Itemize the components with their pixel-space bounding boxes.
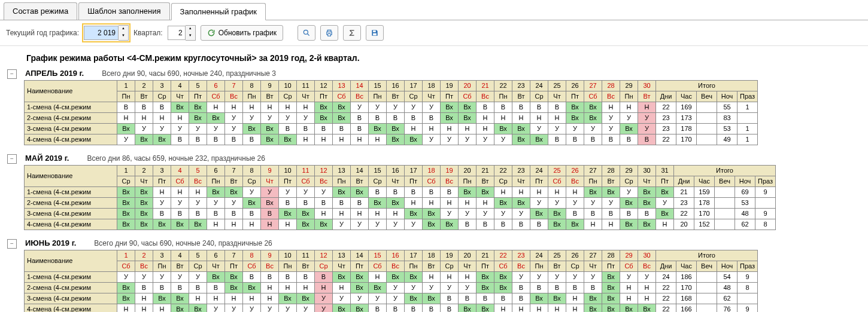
cell[interactable]: В [512, 293, 530, 304]
cell[interactable]: Н [171, 187, 189, 198]
cell[interactable]: Вх [530, 209, 548, 219]
cell[interactable]: В [477, 219, 494, 230]
cell[interactable]: В [333, 198, 351, 209]
cell[interactable]: У [279, 187, 297, 198]
cell[interactable]: Вх [369, 124, 387, 134]
cell[interactable]: В [117, 102, 135, 113]
cell[interactable]: У [225, 304, 243, 313]
cell[interactable]: У [153, 272, 171, 283]
cell[interactable]: Вх [423, 219, 441, 230]
cell[interactable]: В [602, 209, 620, 219]
cell[interactable]: У [189, 198, 207, 209]
cell[interactable]: Вх [153, 219, 171, 230]
cell[interactable]: Н [225, 293, 243, 304]
cell[interactable]: У [297, 304, 315, 313]
cell[interactable]: У [494, 134, 512, 145]
cell[interactable]: В [530, 219, 548, 230]
cell[interactable]: Н [423, 124, 441, 134]
cell[interactable]: У [315, 304, 333, 313]
cell[interactable]: В [548, 283, 566, 293]
cell[interactable]: У [369, 102, 387, 113]
cell[interactable]: Вх [602, 272, 620, 283]
cell[interactable]: Н [441, 272, 459, 283]
cell[interactable]: Н [135, 304, 153, 313]
cell[interactable]: В [512, 283, 530, 293]
cell[interactable]: Вх [638, 304, 656, 313]
cell[interactable]: У [279, 113, 297, 124]
cell[interactable]: У [584, 272, 602, 283]
cell[interactable]: Вх [117, 124, 135, 134]
cell[interactable]: В [405, 113, 423, 124]
cell[interactable]: Вх [405, 134, 423, 145]
cell[interactable]: Вх [333, 187, 351, 198]
cell[interactable]: В [297, 272, 315, 283]
cell[interactable]: У [405, 283, 423, 293]
cell[interactable]: У [548, 272, 566, 283]
cell[interactable]: Н [459, 272, 477, 283]
cell[interactable]: Н [189, 187, 207, 198]
cell[interactable]: Вх [459, 113, 477, 124]
cell[interactable]: В [638, 134, 656, 145]
cell[interactable]: У [171, 198, 189, 209]
cell[interactable]: Вх [369, 198, 387, 209]
cell[interactable]: У [189, 272, 207, 283]
cell[interactable]: У [351, 293, 369, 304]
cell[interactable]: Вх [387, 134, 405, 145]
cell[interactable]: Вх [261, 198, 279, 209]
cell[interactable]: Н [369, 134, 387, 145]
cell[interactable]: Вх [189, 219, 207, 230]
cell[interactable]: У [548, 198, 566, 209]
cell[interactable]: У [261, 187, 279, 198]
cell[interactable]: В [423, 304, 441, 313]
cell[interactable]: Н [117, 113, 135, 124]
cell[interactable]: В [369, 187, 387, 198]
cell[interactable]: Вх [566, 102, 584, 113]
cell[interactable]: Вх [387, 272, 405, 283]
cell[interactable]: Н [638, 283, 656, 293]
cell[interactable]: У [459, 283, 477, 293]
cell[interactable]: Н [656, 219, 674, 230]
cell[interactable]: У [297, 113, 315, 124]
cell[interactable]: У [566, 124, 584, 134]
cell[interactable]: Вх [620, 124, 638, 134]
cell[interactable]: Вх [477, 272, 494, 283]
cell[interactable]: Вх [620, 219, 638, 230]
cell[interactable]: Н [530, 113, 548, 124]
cell[interactable]: В [369, 304, 387, 313]
cell[interactable]: Вх [189, 304, 207, 313]
cell[interactable]: Вх [153, 134, 171, 145]
cell[interactable]: В [171, 134, 189, 145]
cell[interactable]: Н [297, 283, 315, 293]
cell[interactable]: В [459, 293, 477, 304]
cell[interactable]: У [135, 272, 153, 283]
cell[interactable]: В [387, 113, 405, 124]
cell[interactable]: Н [423, 272, 441, 283]
cell[interactable]: Вх [315, 113, 333, 124]
cell[interactable]: В [530, 102, 548, 113]
year-up[interactable]: ▲ [119, 26, 128, 33]
cell[interactable]: Вх [351, 272, 369, 283]
cell[interactable]: В [333, 124, 351, 134]
cell[interactable]: В [423, 113, 441, 124]
cell[interactable]: В [494, 293, 512, 304]
cell[interactable]: Н [405, 198, 423, 209]
cell[interactable]: Вх [135, 198, 153, 209]
cell[interactable]: Вх [189, 102, 207, 113]
cell[interactable]: У [602, 198, 620, 209]
cell[interactable]: У [279, 304, 297, 313]
cell[interactable]: В [189, 209, 207, 219]
cell[interactable]: У [441, 134, 459, 145]
cell[interactable]: Вх [279, 209, 297, 219]
cell[interactable]: Н [548, 304, 566, 313]
cell[interactable]: Вх [620, 304, 638, 313]
cell[interactable]: Н [548, 187, 566, 198]
cell[interactable]: В [638, 209, 656, 219]
cell[interactable]: Н [189, 293, 207, 304]
cell[interactable]: Вх [494, 124, 512, 134]
cell[interactable]: У [584, 124, 602, 134]
cell[interactable]: У [189, 124, 207, 134]
cell[interactable]: В [441, 293, 459, 304]
cell[interactable]: В [387, 304, 405, 313]
cell[interactable]: В [243, 134, 261, 145]
cell[interactable]: В [243, 209, 261, 219]
